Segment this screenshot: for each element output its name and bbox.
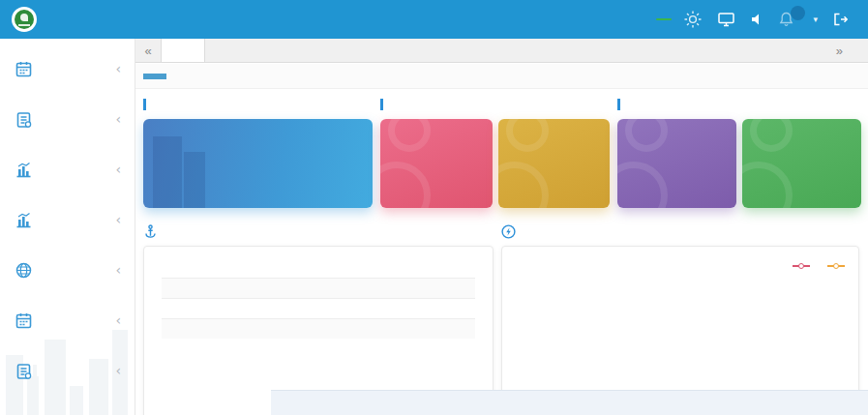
col-header-company — [162, 256, 340, 279]
legend-item-aqi[interactable] — [827, 262, 849, 269]
section-marker — [380, 99, 383, 110]
user-menu[interactable]: ▾ — [809, 15, 818, 24]
clipboard-icon — [15, 363, 32, 379]
table-row — [162, 299, 475, 319]
aqi-badge — [656, 18, 672, 20]
pollution-facility-section — [380, 97, 610, 208]
footer — [271, 390, 868, 415]
sidebar-item-energy-analysis[interactable]: ‹ — [0, 194, 135, 245]
app-window: ▾ ‹ ‹ ‹ ‹ — [0, 0, 868, 415]
fan-watermark — [380, 162, 431, 208]
sidebar: ‹ ‹ ‹ ‹ ‹ ‹ ‹ — [0, 39, 135, 415]
col-header-limit — [400, 256, 475, 279]
fan-watermark — [498, 162, 549, 208]
col-header-industry — [340, 256, 400, 279]
table-row — [162, 319, 475, 340]
production-limit-section — [617, 97, 861, 208]
monitor-icon[interactable] — [718, 12, 734, 27]
chevron-left-icon: ‹ — [115, 162, 121, 177]
factory-watermark — [617, 162, 668, 208]
chevron-left-icon: ‹ — [115, 262, 121, 278]
stat-monitor-points — [316, 151, 369, 176]
anchor-icon — [143, 224, 158, 239]
section-marker — [143, 99, 146, 110]
limit-today-card — [617, 119, 736, 208]
weather-widget — [656, 10, 703, 29]
bar-chart-icon — [15, 212, 32, 228]
limit-yesterday-card — [742, 119, 861, 208]
legend-item-power[interactable] — [793, 262, 814, 269]
stat-pollution-points — [204, 151, 256, 176]
notifications-button[interactable] — [779, 12, 793, 27]
dashboard-content — [135, 89, 868, 415]
tab-bar: « » — [135, 39, 868, 63]
pollution-yesterday-card — [498, 119, 611, 208]
news-bar — [135, 64, 868, 89]
chevron-left-icon: ‹ — [115, 61, 121, 76]
factory-watermark — [742, 162, 793, 208]
app-logo-icon — [12, 7, 37, 32]
chevron-left-icon: ‹ — [115, 363, 121, 378]
clipboard-icon — [15, 111, 32, 128]
table-row — [162, 279, 475, 299]
stat-treatment-points — [260, 151, 313, 176]
sidebar-item-data-monitoring[interactable]: ‹ — [0, 44, 135, 94]
pollution-today-card — [380, 119, 493, 208]
chart-legend — [793, 262, 849, 269]
scroll-tabs-left-icon[interactable]: « — [135, 39, 161, 62]
notification-count-badge — [791, 6, 805, 20]
main-area: « » — [135, 39, 868, 415]
bar-chart-icon — [15, 162, 32, 178]
header: ▾ — [0, 0, 868, 39]
line-marker-icon — [827, 262, 845, 269]
globe-icon — [15, 262, 32, 279]
section-marker — [617, 99, 620, 110]
power-bolt-icon — [501, 224, 516, 239]
sidebar-item-log-view[interactable]: ‹ — [0, 345, 135, 396]
line-marker-icon — [793, 262, 810, 269]
chevron-down-icon: ▾ — [813, 15, 818, 24]
overview-section — [143, 97, 373, 208]
calendar-icon — [15, 312, 32, 329]
scroll-tabs-right-icon[interactable]: » — [836, 44, 843, 58]
chevron-left-icon: ‹ — [115, 312, 121, 328]
tab-home[interactable] — [161, 39, 205, 62]
sidebar-item-base-data[interactable]: ‹ — [0, 245, 135, 295]
speaker-icon[interactable] — [750, 13, 763, 26]
industry-link[interactable] — [340, 299, 400, 319]
sidebar-item-enterprise-abnormal[interactable]: ‹ — [0, 94, 135, 144]
overview-card — [143, 119, 373, 208]
stat-enterprise-count — [148, 151, 200, 176]
calendar-icon — [15, 61, 32, 77]
sun-icon — [683, 10, 703, 29]
limit-table — [162, 256, 475, 339]
limit-list-section — [143, 223, 494, 415]
logout-button[interactable] — [833, 13, 853, 26]
sidebar-item-statistics[interactable]: ‹ — [0, 144, 135, 194]
logout-icon — [833, 13, 848, 26]
aqi-chart-section — [501, 223, 859, 415]
chevron-left-icon: ‹ — [115, 212, 121, 227]
chevron-left-icon: ‹ — [115, 111, 121, 127]
sidebar-item-peak-production[interactable]: ‹ — [0, 295, 135, 345]
news-tab[interactable] — [143, 74, 166, 79]
